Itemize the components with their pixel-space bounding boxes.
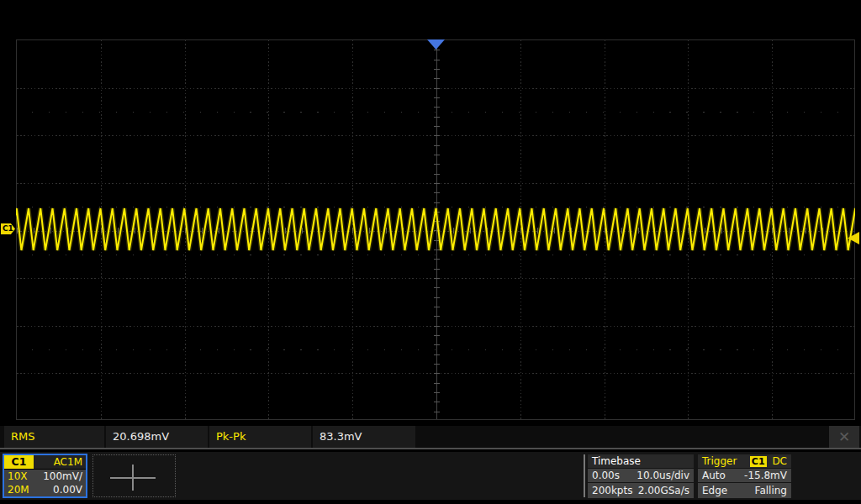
channel1-coupling: AC1M	[34, 455, 86, 469]
timebase-sample-rate: 2.00GSa/s	[638, 483, 689, 498]
measurement-rms-label[interactable]: RMS	[4, 426, 104, 448]
trigger-type: Edge	[702, 483, 727, 498]
panel-divider	[584, 454, 585, 497]
trigger-slope: Falling	[755, 483, 787, 498]
trigger-panel[interactable]: Trigger C1 DC Auto -15.8mV Edge Falling	[698, 454, 791, 498]
trigger-level: -15.8mV	[744, 469, 787, 482]
measurement-pkpk-label[interactable]: Pk-Pk	[209, 426, 311, 448]
measurement-bar: RMS 20.698mV Pk-Pk 83.3mV ✕	[0, 426, 861, 448]
crosshair-icon	[132, 465, 134, 491]
timebase-delay: 0.00s	[592, 469, 620, 482]
waveform-c1	[16, 39, 855, 420]
bar-separator	[0, 448, 861, 449]
trigger-mode: Auto	[702, 469, 726, 482]
add-channel-placeholder[interactable]	[92, 454, 176, 497]
trigger-title: Trigger	[702, 454, 737, 468]
channel1-offset: 0.00V	[53, 483, 82, 496]
channel1-zero-marker[interactable]: C1	[1, 223, 15, 234]
timebase-title: Timebase	[592, 454, 641, 468]
timebase-memory: 200kpts	[592, 483, 632, 498]
timebase-panel[interactable]: Timebase 0.00s 10.0us/div 200kpts 2.00GS…	[588, 454, 694, 498]
close-icon[interactable]: ✕	[829, 426, 859, 448]
channel1-badge: C1	[4, 455, 34, 469]
channel1-bandwidth: 20M	[8, 483, 29, 496]
descriptor-row: C1 AC1M 10X 100mV/ 20M 0.00V Timebase 0.…	[0, 452, 861, 500]
trigger-coupling: DC	[772, 455, 787, 467]
measurement-pkpk-value[interactable]: 83.3mV	[313, 426, 415, 448]
channel1-probe: 10X	[8, 470, 28, 483]
measurement-rms-value[interactable]: 20.698mV	[106, 426, 208, 448]
trigger-source-badge: C1	[750, 456, 767, 467]
channel1-scale: 100mV/	[43, 470, 82, 483]
timebase-scale: 10.0us/div	[637, 469, 689, 482]
channel1-descriptor-box[interactable]: C1 AC1M 10X 100mV/ 20M 0.00V	[3, 454, 87, 498]
